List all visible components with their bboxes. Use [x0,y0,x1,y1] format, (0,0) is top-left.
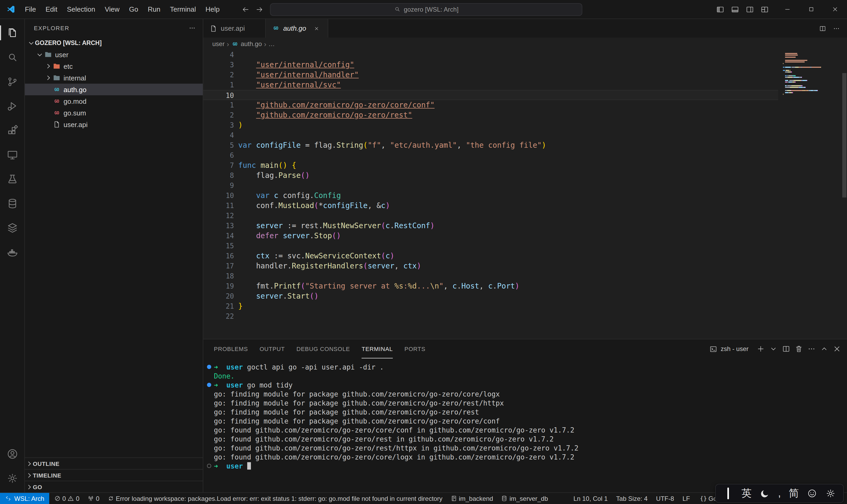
ime-simplified-chinese[interactable]: 简 [789,487,799,500]
customize-layout-button[interactable] [758,2,772,16]
code-line[interactable]: 13 server := rest.MustNewServer(c.RestCo… [203,221,778,231]
menu-help[interactable]: Help [201,3,224,15]
statusbar-workspace-error[interactable]: Error loading workspace: packages.Load e… [103,493,446,504]
command-decoration[interactable] [207,365,211,369]
code-line[interactable]: 11 conf.MustLoad(*configFile, &c) [203,201,778,211]
statusbar-problems[interactable]: 00 [49,493,83,504]
go-back-button[interactable] [239,3,252,16]
ime-emoji[interactable] [807,488,817,499]
breadcrumb-item[interactable]: user [212,40,225,48]
statusbar-cursor-position[interactable]: Ln 10, Col 1 [569,493,612,504]
code-line[interactable]: 9 [203,181,778,191]
code-line[interactable]: 20 server.Start() [203,291,778,301]
toggle-panel-button[interactable] [728,2,742,16]
sidebar-section-go[interactable]: GO [25,481,203,492]
code-line[interactable]: 16 ctx := svc.NewServiceContext(c) [203,251,778,261]
activitybar-database[interactable] [0,191,24,215]
workspace-root-folder[interactable]: GOZERO [WSL: ARCH] [25,37,203,49]
editor-tab-user-api[interactable]: user.api [203,19,266,38]
panel-tab-ports[interactable]: PORTS [404,339,425,358]
code-line-current[interactable]: 10 [203,90,778,100]
statusbar-db-connection-im-server-db[interactable]: im_server_db [496,493,551,504]
command-decoration[interactable] [207,383,211,387]
code-line[interactable]: 1 "user/internal/svc" [203,80,778,90]
code-line[interactable]: 18 [203,271,778,281]
statusbar-db-connection-im-backend[interactable]: im_backend [446,493,496,504]
remote-indicator[interactable]: WSL: Arch [0,493,49,504]
code-line[interactable]: 15 [203,241,778,251]
activitybar-extensions[interactable] [0,118,24,142]
code-line[interactable]: 1 "github.com/zeromicro/go-zero/core/con… [203,100,778,110]
minimize-button[interactable] [776,0,799,19]
code-line[interactable]: 10 var c config.Config [203,191,778,201]
kill-terminal-icon[interactable] [793,343,805,355]
code-line[interactable]: 4 [203,130,778,140]
maximize-panel-icon[interactable] [818,343,830,355]
editor-tab-auth-go[interactable]: GOauth.go [266,19,328,38]
sidebar-section-timeline[interactable]: TIMELINE [25,469,203,481]
tree-item-go-mod[interactable]: GOgo.mod [25,95,203,107]
activitybar-source-control[interactable] [0,69,24,94]
code-line[interactable]: 6 [203,150,778,160]
ime-settings[interactable] [825,488,836,499]
activitybar-run-debug[interactable] [0,94,24,118]
tree-item-etc[interactable]: etc [25,60,203,72]
activitybar-remote-explorer[interactable] [0,142,24,167]
code-line[interactable]: 12 [203,211,778,221]
panel-tab-output[interactable]: OUTPUT [260,339,285,358]
statusbar-eol[interactable]: LF [679,493,694,504]
code-line[interactable]: 3) [203,120,778,130]
tree-item-go-sum[interactable]: GOgo.sum [25,107,203,119]
menu-run[interactable]: Run [143,3,165,15]
close-panel-icon[interactable] [831,343,843,355]
ime-night-mode[interactable] [759,488,770,499]
maximize-button[interactable] [799,0,823,19]
breadcrumb-item[interactable]: … [268,40,275,48]
minimap[interactable] [783,51,840,97]
new-terminal-icon[interactable] [755,343,767,355]
panel-tab-debug-console[interactable]: DEBUG CONSOLE [296,339,350,358]
menu-terminal[interactable]: Terminal [165,3,201,15]
tree-item-internal[interactable]: internal [25,72,203,84]
code-line[interactable]: 5var configFile = flag.String("f", "etc/… [203,140,778,150]
go-forward-button[interactable] [253,3,266,16]
code-line[interactable]: 14 defer server.Stop() [203,231,778,241]
panel-tab-terminal[interactable]: TERMINAL [362,339,393,358]
tree-item-auth-go[interactable]: GOauth.go [25,84,203,95]
tree-item-user-api[interactable]: user.api [25,119,203,130]
activitybar-settings[interactable] [0,466,24,490]
tree-item-user[interactable]: user [25,49,203,60]
terminal-more-actions-icon[interactable] [806,343,817,355]
sidebar-section-outline[interactable]: OUTLINE [25,457,203,469]
code-line[interactable]: 4 [203,50,778,60]
breadcrumb[interactable]: user›GOauth.go›… [203,38,847,50]
terminal-profiles-icon[interactable] [768,343,779,355]
close-tab-icon[interactable] [312,24,321,33]
code-line[interactable]: 2 "github.com/zeromicro/go-zero/rest" [203,110,778,120]
code-line[interactable]: 22 [203,311,778,321]
terminal[interactable]: ➜ user goctl api go -api user.api -dir .… [203,358,847,492]
statusbar-encoding[interactable]: UTF-8 [652,493,679,504]
ime-language[interactable]: 英 [741,487,752,500]
code-line[interactable]: 8 flag.Parse() [203,170,778,181]
panel-tab-problems[interactable]: PROBLEMS [214,339,248,358]
activitybar-docker[interactable] [0,240,24,264]
menu-edit[interactable]: Edit [41,3,62,15]
code-line[interactable]: 7func main() { [203,160,778,170]
code-line[interactable]: 19 fmt.Printf("Starting server at %s:%d.… [203,281,778,291]
ime-punctuation[interactable]: , [778,488,781,499]
toggle-secondary-sidebar-button[interactable] [743,2,757,16]
activitybar-explorer[interactable] [0,21,24,45]
split-editor-icon[interactable] [818,24,827,33]
split-terminal-icon[interactable] [780,343,792,355]
editor-scrollbar[interactable] [842,73,846,197]
activitybar-testing[interactable] [0,167,24,191]
terminal-instance-selector[interactable]: zsh - user [710,345,749,353]
breadcrumb-item[interactable]: GOauth.go [231,40,262,48]
code-line[interactable]: 3 "user/internal/config" [203,60,778,70]
toggle-primary-sidebar-button[interactable] [713,2,727,16]
close-window-button[interactable] [823,0,847,19]
ime-caret[interactable] [723,488,734,499]
statusbar-indentation[interactable]: Tab Size: 4 [612,493,652,504]
activitybar-search[interactable] [0,45,24,69]
